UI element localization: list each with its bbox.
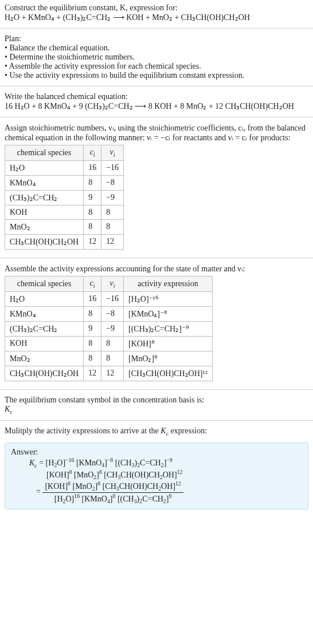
symbol-line1: The equilibrium constant symbol in the c… (5, 396, 308, 405)
plan-item-4-text: Use the activity expressions to build th… (9, 71, 244, 80)
cell: CH₃CH(OH)CH₂OH (5, 366, 84, 381)
multiply: Mulitply the activity expressions to arr… (0, 423, 313, 440)
answer-eq: Kc = K_c = [H₂O]⁻¹⁶ [KMnO₄]⁻⁸ [(CH₃)₂C=C… (11, 457, 302, 504)
multiply-text: Mulitply the activity expressions to arr… (5, 426, 207, 435)
col-ci: ci (84, 276, 101, 291)
cell: 12 (101, 234, 124, 249)
plan-item-1-text: Balance the chemical equation. (9, 44, 109, 52)
plan-item-2-text: Determine the stoichiometric numbers. (9, 53, 135, 61)
table-row: (CH₃)₂C=CH₂9−9[(CH₃)₂C=CH₂]⁻⁹ (5, 321, 213, 336)
cell: 8 (101, 219, 124, 234)
answer-line1: Kc = K_c = [H₂O]⁻¹⁶ [KMnO₄]⁻⁸ [(CH₃)₂C=C… (29, 457, 302, 468)
plan: Plan: • Balance the chemical equation. •… (0, 31, 313, 84)
cell: 8 (84, 175, 101, 190)
cell: 8 (84, 336, 101, 351)
cell: KMnO₄ (5, 175, 84, 190)
cell: [CH₃CH(OH)CH₂OH]¹² (124, 366, 213, 381)
cell: 16 (84, 291, 101, 306)
col-ci: ci (84, 145, 101, 161)
activity-table: chemical species ci νi activity expressi… (5, 276, 213, 381)
plan-item-3: • Assemble the activity expression for e… (5, 62, 308, 71)
answer-frac: = [KOH]8 [MnO2]8 [CH3CH(OH)CH2OH]12 [H2O… (29, 480, 302, 504)
cell: H₂O (5, 291, 84, 306)
cell: [H₂O]⁻¹⁶ (124, 291, 213, 306)
cell: 9 (84, 190, 101, 205)
cell: 8 (84, 351, 101, 366)
table-row: CH₃CH(OH)CH₂OH1212 (5, 234, 124, 249)
col-nui: νi (101, 276, 124, 291)
frac-num: [KOH]8 [MnO2]8 [CH3CH(OH)CH2OH]12 (42, 480, 183, 492)
answer-box: Answer: Kc = K_c = [H₂O]⁻¹⁶ [KMnO₄]⁻⁸ [(… (5, 442, 308, 509)
activity: Assemble the activity expressions accoun… (0, 260, 313, 387)
stoich-table: chemical species ci νi H₂O16−16 KMnO₄8−8… (5, 145, 124, 250)
table-row: KMnO₄8−8[KMnO₄]⁻⁸ (5, 306, 213, 321)
cell: H₂O (5, 160, 84, 175)
plan-item-2: • Determine the stoichiometric numbers. (5, 53, 308, 62)
cell: −9 (101, 190, 124, 205)
cell: −8 (101, 306, 124, 321)
divider (0, 28, 313, 29)
cell: 8 (84, 306, 101, 321)
frac-den: [H2O]16 [KMnO4]8 [(CH3)2C=CH2]9 (42, 493, 183, 504)
cell: 12 (101, 366, 124, 381)
cell: [KMnO₄]⁻⁸ (124, 306, 213, 321)
table-row: KOH88 (5, 205, 124, 219)
plan-item-1: • Balance the chemical equation. (5, 44, 308, 53)
intro-line1: Construct the equilibrium constant, K, e… (5, 3, 308, 13)
intro-reaction: H₂O + KMnO₄ + (CH₃)₂C=CH₂ ⟶ KOH + MnO₂ +… (5, 13, 308, 22)
answer-line2: [KOH]8 [MnO2]8 [CH3CH(OH)CH2OH]12 (29, 469, 302, 480)
cell: [MnO₂]⁸ (124, 351, 213, 366)
fraction: [KOH]8 [MnO2]8 [CH3CH(OH)CH2OH]12 [H2O]1… (42, 480, 183, 504)
cell: −9 (101, 321, 124, 336)
col-species: chemical species (5, 276, 84, 291)
balanced-equation: 16 H₂O + 8 KMnO₄ + 9 (CH₃)₂C=CH₂ ⟶ 8 KOH… (5, 101, 308, 111)
divider (0, 258, 313, 258)
cell: 8 (84, 205, 101, 219)
plan-heading: Plan: (5, 34, 308, 44)
cell: 12 (84, 234, 101, 249)
cell: 8 (101, 351, 124, 366)
cell: −16 (101, 160, 124, 175)
cell: (CH₃)₂C=CH₂ (5, 190, 84, 205)
cell: KOH (5, 336, 84, 351)
table-row: KOH88[KOH]⁸ (5, 336, 213, 351)
col-nui: νi (101, 145, 124, 161)
cell: −16 (101, 291, 124, 306)
col-species: chemical species (5, 145, 84, 161)
intro-text: Construct the equilibrium constant, K, e… (5, 3, 178, 12)
table-row: MnO₂88[MnO₂]⁸ (5, 351, 213, 366)
cell: KOH (5, 205, 84, 219)
col-activity: activity expression (124, 276, 213, 291)
stoich: Assign stoichiometric numbers, νᵢ, using… (0, 120, 313, 255)
table-row: H₂O16−16 (5, 160, 124, 175)
table-row: H₂O16−16[H₂O]⁻¹⁶ (5, 291, 213, 306)
divider (0, 389, 313, 390)
table-row: KMnO₄8−8 (5, 175, 124, 190)
table-row: (CH₃)₂C=CH₂9−9 (5, 190, 124, 205)
cell: MnO₂ (5, 219, 84, 234)
cell: [KOH]⁸ (124, 336, 213, 351)
symbol-line2: Kc (5, 405, 308, 415)
activity-heading: Assemble the activity expressions accoun… (5, 264, 308, 274)
symbol: The equilibrium constant symbol in the c… (0, 392, 313, 418)
divider (0, 420, 313, 421)
cell: CH₃CH(OH)CH₂OH (5, 234, 84, 249)
cell: (CH₃)₂C=CH₂ (5, 321, 84, 336)
cell: −8 (101, 175, 124, 190)
divider (0, 86, 313, 86)
cell: 8 (101, 336, 124, 351)
table-header-row: chemical species ci νi (5, 145, 124, 161)
cell: KMnO₄ (5, 306, 84, 321)
balanced: Write the balanced chemical equation: 16… (0, 89, 313, 114)
plan-item-3-text: Assemble the activity expression for eac… (9, 62, 201, 70)
cell: 8 (101, 205, 124, 219)
balanced-heading: Write the balanced chemical equation: (5, 92, 308, 101)
plan-item-4: • Use the activity expressions to build … (5, 71, 308, 80)
cell: MnO₂ (5, 351, 84, 366)
cell: 12 (84, 366, 101, 381)
cell: 9 (84, 321, 101, 336)
cell: 16 (84, 160, 101, 175)
cell: 8 (84, 219, 101, 234)
cell: [(CH₃)₂C=CH₂]⁻⁹ (124, 321, 213, 336)
answer-label: Answer: (11, 448, 302, 457)
